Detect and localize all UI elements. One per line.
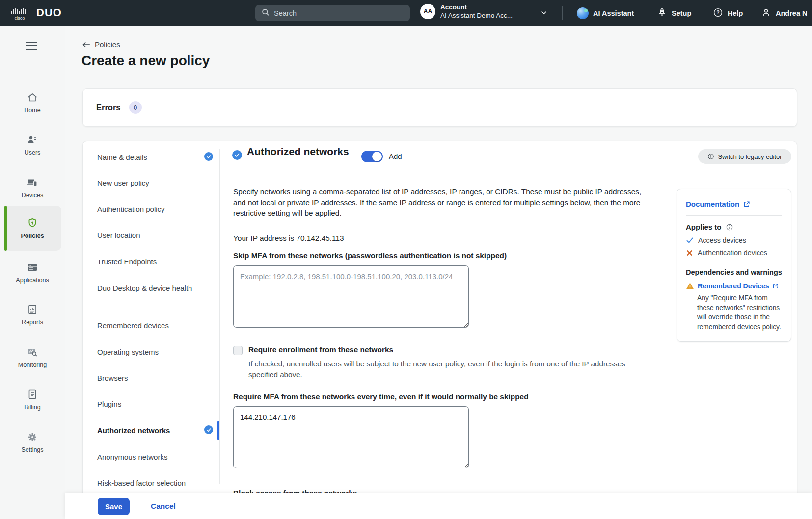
- ai-assistant-icon: [577, 7, 589, 19]
- policy-nav-label: User location: [97, 230, 140, 240]
- policy-nav-item-duo-desktop[interactable]: Duo Desktop & device health: [97, 283, 203, 293]
- sidebar-item-label: Users: [25, 149, 41, 156]
- policy-nav-item-plugins[interactable]: Plugins: [97, 399, 213, 409]
- panel-divider: [686, 215, 782, 216]
- dependency-warning-row: Remembered Devices: [686, 282, 782, 290]
- toggle-label: Add: [389, 152, 402, 160]
- external-link-icon: [743, 201, 750, 208]
- policy-nav-item-anonymous-networks[interactable]: Anonymous networks: [97, 452, 213, 462]
- sidebar-item-applications[interactable]: Applications: [0, 252, 65, 292]
- policy-nav-item-user-location[interactable]: User location: [97, 230, 213, 240]
- policy-nav-item-browsers[interactable]: Browsers: [97, 373, 213, 383]
- remembered-devices-link[interactable]: Remembered Devices: [698, 282, 779, 290]
- sidebar-item-monitoring[interactable]: Monitoring: [0, 337, 65, 377]
- sidebar-item-home[interactable]: Home: [0, 82, 65, 123]
- sidebar-item-devices[interactable]: Devices: [0, 167, 65, 208]
- cancel-button[interactable]: Cancel: [151, 502, 176, 511]
- user-menu[interactable]: Andrea N: [761, 0, 807, 26]
- chevron-down-icon[interactable]: [540, 9, 548, 19]
- policy-nav-item-remembered-devices[interactable]: Remembered devices: [97, 320, 213, 331]
- search-icon: [261, 8, 270, 18]
- help-button[interactable]: ? Help: [713, 0, 743, 26]
- policy-nav-label: Operating systems: [97, 347, 159, 357]
- switch-to-legacy-editor-button[interactable]: Switch to legacy editor: [698, 149, 791, 164]
- policy-nav-item-authorized-networks[interactable]: Authorized networks: [97, 425, 213, 436]
- search-input[interactable]: Search: [255, 5, 410, 21]
- home-icon: [27, 92, 38, 104]
- ai-assistant-button[interactable]: AI Assistant: [577, 0, 634, 26]
- policy-nav-item-trusted-endpoints[interactable]: Trusted Endpoints: [97, 257, 213, 267]
- policy-nav-divider: [219, 149, 220, 484]
- account-label: Account: [440, 3, 467, 11]
- sidebar-item-users[interactable]: Users: [0, 125, 65, 165]
- side-info-panel: Documentation Applies to Access devices: [677, 189, 791, 342]
- sidebar-item-label: Applications: [16, 277, 49, 284]
- sidebar-item-label: Settings: [21, 446, 43, 453]
- policy-nav-item-new-user-policy[interactable]: New user policy: [97, 178, 213, 188]
- documentation-label: Documentation: [686, 200, 739, 208]
- section-complete-check-icon: [232, 150, 242, 160]
- skip-mfa-textarea[interactable]: [233, 265, 469, 328]
- x-icon: [686, 249, 693, 257]
- section-title: Authorized networks: [247, 146, 349, 157]
- sidebar-item-label: Reports: [22, 319, 43, 326]
- documentation-link[interactable]: Documentation: [686, 200, 782, 208]
- breadcrumb[interactable]: Policies: [82, 40, 120, 49]
- sidebar-item-label: Billing: [24, 404, 40, 411]
- authorized-networks-toggle[interactable]: [361, 151, 383, 162]
- sidebar-item-billing[interactable]: Billing: [0, 379, 65, 419]
- applies-to-title-row: Applies to: [686, 223, 782, 231]
- back-arrow-icon: [82, 41, 90, 48]
- policy-nav-label: Remembered devices: [97, 320, 169, 331]
- applies-to-access-devices: Access devices: [686, 236, 782, 244]
- complete-check-icon: [204, 152, 213, 161]
- cisco-logo: cisco: [9, 5, 30, 22]
- applies-to-title: Applies to: [686, 223, 722, 231]
- require-enrollment-row: Require enrollment from these networks: [233, 345, 393, 355]
- require-mfa-textarea[interactable]: 144.210.147.176: [233, 406, 469, 468]
- search-placeholder: Search: [274, 9, 297, 17]
- complete-check-icon: [204, 425, 213, 434]
- require-enrollment-help: If checked, unenrolled users will be sub…: [248, 359, 641, 380]
- external-link-icon: [772, 283, 779, 289]
- billing-icon: [27, 389, 38, 400]
- require-mfa-label: Require MFA from these networks every ti…: [233, 392, 529, 401]
- reports-icon: [27, 304, 38, 315]
- applies-to-item-label: Access devices: [698, 236, 746, 244]
- info-icon[interactable]: [726, 223, 733, 231]
- account-switcher[interactable]: AA Account AI Assistant Demo Acc...: [420, 3, 513, 20]
- policy-nav-label: Risk-based factor selection: [97, 478, 186, 488]
- sidebar-item-label: Policies: [21, 233, 44, 239]
- policy-nav-label: Duo Desktop & device health: [97, 283, 192, 293]
- section-description: Specify networks using a comma-separated…: [233, 186, 646, 219]
- sidebar-item-reports[interactable]: Reports: [0, 294, 65, 335]
- breadcrumb-label: Policies: [95, 40, 120, 49]
- sidebar-item-policies[interactable]: Policies: [0, 206, 65, 251]
- save-button[interactable]: Save: [98, 498, 130, 515]
- applications-icon: [27, 261, 38, 273]
- check-icon: [686, 236, 694, 244]
- sidebar-item-settings[interactable]: Settings: [0, 422, 65, 462]
- setup-label: Setup: [672, 9, 691, 17]
- help-label: Help: [728, 9, 743, 17]
- policy-nav-item-risk-based[interactable]: Risk-based factor selection: [97, 478, 213, 488]
- devices-icon: [27, 177, 38, 188]
- hamburger-menu-icon[interactable]: [26, 42, 37, 51]
- require-enrollment-label[interactable]: Require enrollment from these networks: [248, 345, 393, 355]
- policy-nav-item-authentication-policy[interactable]: Authentication policy: [97, 204, 213, 214]
- errors-count-badge: 0: [129, 101, 142, 114]
- errors-card: Errors 0: [82, 88, 797, 127]
- panel-divider: [686, 261, 782, 261]
- setup-button[interactable]: Setup: [657, 0, 691, 26]
- applies-to-authentication-devices: Authentication devices: [686, 249, 782, 257]
- require-enrollment-checkbox[interactable]: [233, 346, 243, 355]
- policy-nav-item-name-details[interactable]: Name & details: [97, 152, 213, 162]
- dependency-warning-text: Any "Require MFA from these networks" re…: [697, 293, 782, 332]
- policy-nav-label: Authorized networks: [97, 425, 170, 436]
- ai-assistant-label: AI Assistant: [593, 9, 634, 17]
- page-title: Create a new policy: [81, 53, 210, 69]
- policy-nav-item-operating-systems[interactable]: Operating systems: [97, 347, 213, 357]
- policy-nav-label: Name & details: [97, 152, 147, 162]
- account-avatar: AA: [420, 4, 435, 19]
- topbar: cisco DUO Search AA Account AI Assistant…: [0, 0, 812, 26]
